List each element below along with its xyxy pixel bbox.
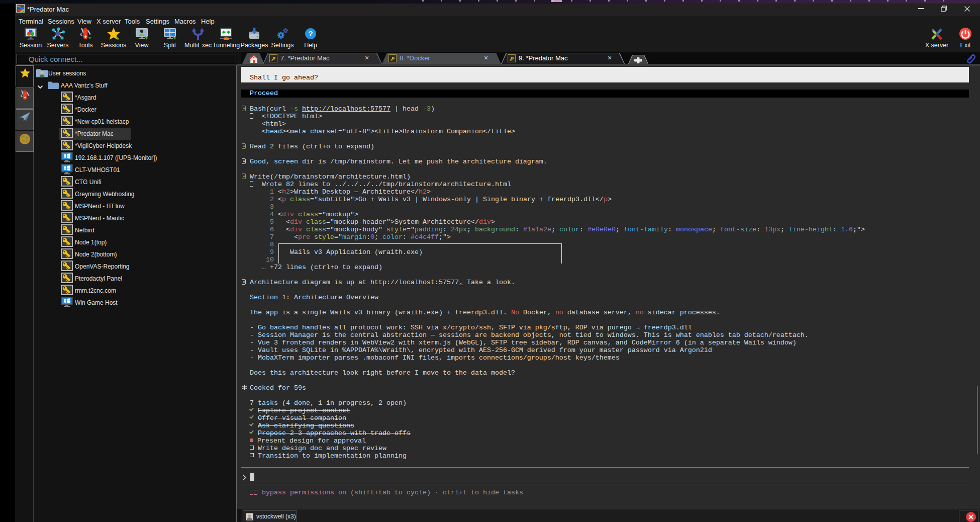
svg-text:?: ? — [308, 29, 313, 38]
